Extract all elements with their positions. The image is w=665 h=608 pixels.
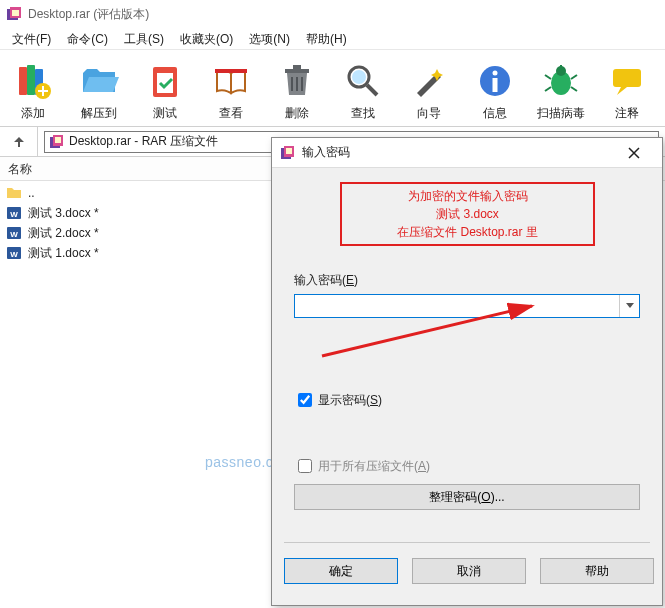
password-dropdown-button[interactable]: [619, 295, 639, 317]
tool-test[interactable]: 测试: [132, 50, 198, 126]
comment-icon: [607, 61, 647, 101]
tool-comment[interactable]: 注释: [594, 50, 660, 126]
svg-rect-4: [27, 65, 35, 95]
svg-rect-3: [19, 67, 27, 95]
up-arrow-icon: [11, 134, 27, 150]
svg-rect-9: [215, 69, 247, 73]
prompt-box: 为加密的文件输入密码 测试 3.docx 在压缩文件 Desktop.rar 里: [340, 182, 595, 246]
menu-command[interactable]: 命令(C): [59, 28, 116, 49]
svg-rect-11: [293, 65, 301, 69]
svg-text:W: W: [10, 210, 18, 219]
help-button[interactable]: 帮助: [540, 558, 654, 584]
show-password-checkbox[interactable]: [298, 393, 312, 407]
menu-file[interactable]: 文件(F): [4, 28, 59, 49]
wand-icon: [409, 61, 449, 101]
svg-point-15: [493, 70, 498, 75]
menu-tools[interactable]: 工具(S): [116, 28, 172, 49]
dialog-title: 输入密码: [302, 144, 350, 161]
docx-icon: W: [6, 205, 22, 221]
menu-options[interactable]: 选项(N): [241, 28, 298, 49]
archive-icon: [280, 145, 296, 161]
password-input[interactable]: [295, 295, 619, 317]
close-icon: [628, 147, 640, 159]
annotation-arrow: [282, 278, 542, 358]
ok-button[interactable]: 确定: [284, 558, 398, 584]
menu-favorites[interactable]: 收藏夹(O): [172, 28, 241, 49]
menu-help[interactable]: 帮助(H): [298, 28, 355, 49]
tool-delete[interactable]: 删除: [264, 50, 330, 126]
svg-rect-8: [157, 73, 173, 93]
clipboard-check-icon: [145, 61, 185, 101]
apply-all-checkbox-row[interactable]: 用于所有压缩文件(A): [294, 456, 430, 476]
folder-open-icon: [79, 61, 119, 101]
up-button[interactable]: [0, 127, 38, 157]
svg-rect-19: [613, 69, 641, 87]
svg-point-13: [352, 70, 366, 84]
folder-icon: [6, 185, 22, 201]
column-name[interactable]: 名称: [0, 157, 40, 180]
info-icon: [475, 61, 515, 101]
svg-rect-16: [493, 78, 498, 92]
tool-view[interactable]: 查看: [198, 50, 264, 126]
window-title: Desktop.rar (评估版本): [28, 6, 149, 23]
svg-rect-31: [286, 148, 292, 154]
svg-rect-2: [12, 10, 19, 16]
show-password-checkbox-row[interactable]: 显示密码(S): [294, 390, 382, 410]
tool-info[interactable]: 信息: [462, 50, 528, 126]
svg-text:W: W: [10, 250, 18, 259]
prompt-line2: 测试 3.docx: [436, 205, 499, 223]
search-icon: [343, 61, 383, 101]
apply-all-checkbox[interactable]: [298, 459, 312, 473]
svg-rect-10: [285, 69, 309, 73]
books-icon: [13, 61, 53, 101]
tool-wizard[interactable]: 向导: [396, 50, 462, 126]
cancel-button[interactable]: 取消: [412, 558, 526, 584]
address-text: Desktop.rar - RAR 压缩文件: [69, 133, 218, 150]
prompt-line3: 在压缩文件 Desktop.rar 里: [397, 223, 538, 241]
password-label: 输入密码(E): [294, 272, 358, 289]
close-button[interactable]: [614, 140, 654, 166]
app-icon: [6, 6, 22, 22]
separator: [284, 542, 650, 543]
svg-rect-22: [55, 137, 61, 143]
tool-scan[interactable]: 扫描病毒: [528, 50, 594, 126]
apply-all-label: 用于所有压缩文件(A): [318, 458, 430, 475]
show-password-label: 显示密码(S): [318, 392, 382, 409]
chevron-down-icon: [626, 303, 634, 309]
tool-add[interactable]: 添加: [0, 50, 66, 126]
book-open-icon: [211, 61, 251, 101]
password-input-wrapper: [294, 294, 640, 318]
archive-icon: [49, 134, 65, 150]
svg-text:W: W: [10, 230, 18, 239]
trash-icon: [277, 61, 317, 101]
docx-icon: W: [6, 245, 22, 261]
tool-extract[interactable]: 解压到: [66, 50, 132, 126]
docx-icon: W: [6, 225, 22, 241]
bug-icon: [541, 61, 581, 101]
tool-find[interactable]: 查找: [330, 50, 396, 126]
password-dialog: 输入密码 为加密的文件输入密码 测试 3.docx 在压缩文件 Desktop.…: [271, 137, 663, 606]
prompt-line1: 为加密的文件输入密码: [408, 187, 528, 205]
manage-passwords-button[interactable]: 整理密码(O)...: [294, 484, 640, 510]
